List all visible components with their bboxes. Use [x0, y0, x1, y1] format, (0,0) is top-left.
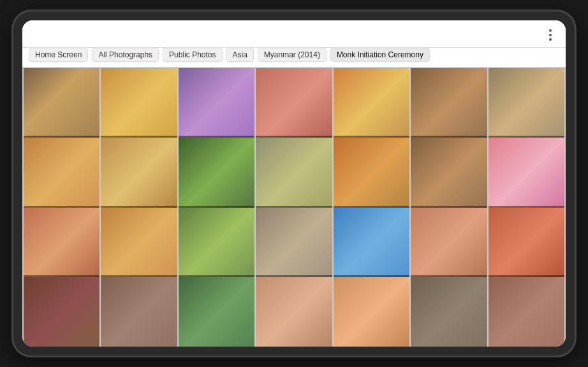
photo-cell-0[interactable]: Bagan [24, 68, 99, 144]
photo-cell-10[interactable]: Bagan [256, 138, 332, 213]
dot3 [549, 38, 552, 41]
app-header [22, 20, 566, 48]
photo-image-5 [411, 68, 487, 144]
breadcrumb-item-5[interactable]: Monk Initiation Ceremony [330, 48, 430, 62]
photo-image-8 [101, 138, 177, 213]
photo-cell-13[interactable]: Bagan [489, 138, 564, 213]
photo-cell-16[interactable]: Bagan [179, 208, 254, 284]
photo-cell-17[interactable]: Bagan [256, 208, 332, 284]
photo-cell-21[interactable] [24, 277, 99, 347]
device-screen: Home ScreenAll PhotographsPublic PhotosA… [22, 20, 566, 347]
photo-cell-12[interactable]: Bagan [411, 138, 487, 213]
photo-image-0 [24, 68, 99, 144]
photo-image-3 [256, 68, 332, 144]
photo-cell-19[interactable]: Bagan [411, 208, 487, 284]
photo-image-2 [179, 68, 254, 144]
photo-cell-3[interactable]: Bagan [256, 68, 332, 144]
photo-cell-8[interactable]: Bagan [101, 138, 177, 213]
photo-image-13 [489, 138, 564, 213]
photo-cell-23[interactable] [179, 277, 254, 347]
breadcrumb: Home ScreenAll PhotographsPublic PhotosA… [22, 48, 566, 67]
photo-image-10 [256, 138, 332, 213]
photo-cell-5[interactable]: Bagan [411, 68, 487, 144]
more-options-button[interactable] [544, 27, 557, 43]
breadcrumb-item-0[interactable]: Home Screen [29, 48, 88, 62]
breadcrumb-item-2[interactable]: Public Photos [163, 48, 222, 62]
breadcrumb-item-1[interactable]: All Photographs [92, 48, 159, 62]
photo-image-22 [101, 277, 177, 347]
photo-image-1 [101, 68, 177, 144]
photo-cell-9[interactable]: Bagan [179, 138, 254, 213]
photo-image-23 [179, 277, 254, 347]
photo-image-12 [411, 138, 487, 213]
photo-cell-14[interactable]: Bagan [24, 208, 99, 284]
photo-cell-7[interactable]: Bagan [24, 138, 99, 213]
photo-cell-18[interactable]: Bagan [334, 208, 409, 284]
photo-cell-27[interactable] [489, 277, 564, 347]
photo-image-11 [334, 138, 409, 213]
photo-image-20 [489, 208, 564, 284]
photo-cell-22[interactable] [101, 277, 177, 347]
dot1 [549, 29, 552, 32]
photo-image-21 [24, 277, 99, 347]
photo-cell-6[interactable]: Bagan [489, 68, 564, 144]
photo-cell-2[interactable]: Bagan [179, 68, 254, 144]
photo-cell-15[interactable]: Bagan [101, 208, 177, 284]
photo-image-27 [489, 277, 564, 347]
breadcrumb-item-3[interactable]: Asia [226, 48, 254, 62]
photo-grid: BaganBaganBaganBaganBaganBaganBaganBagan… [22, 67, 566, 347]
photo-image-18 [334, 208, 409, 284]
photo-image-6 [489, 68, 564, 144]
photo-image-14 [24, 208, 99, 284]
photo-image-26 [411, 277, 487, 347]
photo-image-17 [256, 208, 332, 284]
breadcrumb-item-4[interactable]: Myanmar (2014) [258, 48, 327, 62]
device-frame: Home ScreenAll PhotographsPublic PhotosA… [13, 11, 575, 356]
photo-cell-24[interactable] [256, 277, 332, 347]
photo-cell-4[interactable]: Bagan [334, 68, 409, 144]
dot2 [549, 34, 552, 36]
photo-image-16 [179, 208, 254, 284]
photo-cell-25[interactable] [334, 277, 409, 347]
photo-image-4 [334, 68, 409, 144]
photo-image-19 [411, 208, 487, 284]
photo-cell-20[interactable]: Bagan [489, 208, 564, 284]
photo-image-7 [24, 138, 99, 213]
photo-cell-1[interactable]: Bagan [101, 68, 177, 144]
photo-image-24 [256, 277, 332, 347]
photo-image-9 [179, 138, 254, 213]
photo-image-15 [101, 208, 177, 284]
photo-cell-11[interactable]: Bagan [334, 138, 409, 213]
photo-cell-26[interactable] [411, 277, 487, 347]
photo-image-25 [334, 277, 409, 347]
